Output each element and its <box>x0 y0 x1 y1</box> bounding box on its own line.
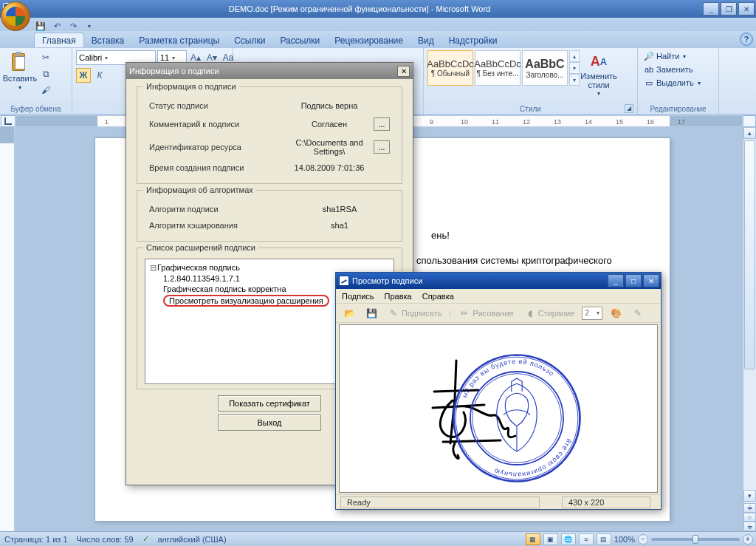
tab-addins[interactable]: Надстройки <box>441 33 505 47</box>
prev-page-icon[interactable]: ≑ <box>743 503 756 513</box>
statusbar: Страница: 1 из 1 Число слов: 59 ✓ англий… <box>0 531 756 546</box>
dialog-titlebar[interactable]: Информация о подписи ✕ <box>126 63 413 79</box>
cut-icon[interactable]: ✂ <box>38 50 53 65</box>
tab-layout[interactable]: Разметка страницы <box>131 33 227 47</box>
copy-icon[interactable]: ⧉ <box>38 66 53 81</box>
tab-references[interactable]: Ссылки <box>227 33 272 47</box>
help-button[interactable]: ? <box>740 33 753 46</box>
tb-save-icon[interactable]: 💾 <box>362 306 380 321</box>
style-normal[interactable]: AaBbCcDc ¶ Обычный <box>427 50 473 86</box>
bold-icon[interactable]: Ж <box>76 68 91 83</box>
row-timestamp: Время создания подписи14.08.2009 7:01:36 <box>145 160 394 176</box>
styles-gallery[interactable]: AaBbCcDc ¶ Обычный AaBbCcDc ¶ Без инте..… <box>427 50 580 86</box>
row-comment: Комментарий к подписиСогласен... <box>145 114 394 134</box>
vertical-scrollbar[interactable]: ▴ ▾ ≑ ○ ≑ <box>743 127 756 531</box>
styles-scroll[interactable]: ▴▾▾ <box>569 50 580 86</box>
zoom-in-button[interactable]: + <box>743 534 753 545</box>
algorithms-groupbox: Информация об алгоритмах Алгоритм подпис… <box>137 190 402 242</box>
app-titlebar[interactable]: W DEMO.doc [Режим ограниченной функциона… <box>0 0 756 18</box>
viewer-toolbar: 📂 💾 ✎Подписать | ✏Рисование ◖Стирание 2▾… <box>336 304 661 323</box>
view-draft[interactable]: ▤ <box>597 533 611 545</box>
scroll-up-icon[interactable]: ▴ <box>743 127 756 139</box>
menu-edit[interactable]: Правка <box>385 292 412 301</box>
app-title: DEMO.doc [Режим ограниченной функциональ… <box>18 4 701 13</box>
view-outline[interactable]: ≡ <box>579 533 594 545</box>
style-nospacing[interactable]: AaBbCcDc ¶ Без инте... <box>475 50 520 86</box>
next-page-icon[interactable]: ≑ <box>743 522 756 531</box>
find-button[interactable]: 🔎Найти▾ <box>642 50 703 62</box>
signature-canvas[interactable]: ый раз вы будете ей пользо йте свою ориг… <box>339 324 658 493</box>
tb-draw-button[interactable]: ✏Рисование <box>456 306 516 321</box>
viewer-minimize-button[interactable]: _ <box>608 274 624 287</box>
change-styles-button[interactable]: AA Изменить стили ▾ <box>582 50 616 98</box>
tab-view[interactable]: Вид <box>410 33 441 47</box>
tb-color-icon[interactable]: 🎨 <box>607 306 625 321</box>
viewer-status-ready: Ready <box>340 496 540 508</box>
viewer-close-button[interactable]: ✕ <box>643 274 659 287</box>
ruler-toggle[interactable] <box>743 115 756 127</box>
format-painter-icon[interactable]: 🖌 <box>38 83 53 98</box>
row-resource-id: Идентификатор ресурсаC:\Documents and Se… <box>145 134 394 160</box>
vertical-ruler[interactable] <box>0 127 15 531</box>
view-printon[interactable]: ▦ <box>526 533 540 545</box>
status-page[interactable]: Страница: 1 из 1 <box>4 535 68 544</box>
group-styles-label: Стили <box>520 105 541 113</box>
viewer-app-icon <box>339 276 349 286</box>
italic-icon[interactable]: К <box>92 68 107 83</box>
scroll-down-icon[interactable]: ▾ <box>743 490 756 502</box>
tb-clear-icon[interactable]: ✎ <box>629 306 647 321</box>
zoom-knob[interactable] <box>693 535 698 544</box>
show-certificate-button[interactable]: Показать сертификат <box>218 395 321 412</box>
close-button[interactable]: ✕ <box>738 2 755 16</box>
zoom-slider[interactable] <box>651 538 740 541</box>
zoom-value[interactable]: 100% <box>614 535 635 544</box>
view-web[interactable]: 🌐 <box>561 533 576 545</box>
menu-help[interactable]: Справка <box>422 292 454 301</box>
resource-more-button[interactable]: ... <box>374 140 390 154</box>
tabstop-selector[interactable] <box>1 115 16 127</box>
replace-icon: ab <box>644 64 654 75</box>
binoculars-icon: 🔎 <box>644 51 654 61</box>
tb-width-selector[interactable]: 2▾ <box>582 307 602 320</box>
office-button[interactable] <box>1 1 30 31</box>
spellcheck-icon[interactable]: ✓ <box>142 534 149 544</box>
status-words[interactable]: Число слов: 59 <box>77 535 134 544</box>
status-language[interactable]: английский (США) <box>158 535 227 544</box>
group-editing-label: Редактирование <box>642 104 715 114</box>
tab-insert[interactable]: Вставка <box>84 33 132 47</box>
viewer-titlebar[interactable]: Просмотр подписи _ □ ✕ <box>336 273 661 289</box>
style-heading1[interactable]: AaBbC Заголово... <box>522 50 568 86</box>
tab-home[interactable]: Главная <box>34 33 84 47</box>
paste-icon <box>10 52 30 72</box>
seal-stamp: ый раз вы будете ей пользо йте свою ориг… <box>450 352 583 485</box>
styles-launcher[interactable]: ◢ <box>625 104 633 113</box>
tb-open-icon[interactable]: 📂 <box>340 306 358 321</box>
zoom-out-button[interactable]: − <box>638 534 648 545</box>
browse-object-icon[interactable]: ○ <box>743 513 756 522</box>
svg-point-1 <box>456 357 578 480</box>
restore-button[interactable]: ❐ <box>721 2 737 16</box>
tb-erase-button[interactable]: ◖Стирание <box>521 306 578 321</box>
tb-sign-button[interactable]: ✎Подписать <box>385 306 444 321</box>
groupbox-legend-1: Информация о подписи <box>143 82 239 91</box>
doc-line-2: спользования системы криптографического <box>416 255 612 266</box>
signature-viewer-window[interactable]: Просмотр подписи _ □ ✕ Подпись Правка Сп… <box>335 272 662 510</box>
menu-signature[interactable]: Подпись <box>342 292 374 301</box>
viewer-title: Просмотр подписи <box>352 276 422 285</box>
tab-mailings[interactable]: Рассылки <box>272 33 327 47</box>
exit-button[interactable]: Выход <box>218 414 321 431</box>
ribbon-tabs-row: Главная Вставка Разметка страницы Ссылки… <box>0 31 756 47</box>
dialog-close-button[interactable]: ✕ <box>397 66 410 77</box>
view-fullscreen[interactable]: ▣ <box>543 533 558 545</box>
select-icon: ▭ <box>644 78 654 88</box>
select-button[interactable]: ▭Выделить▾ <box>642 77 703 89</box>
scroll-thumb[interactable] <box>744 140 755 369</box>
minimize-button[interactable]: _ <box>703 2 719 16</box>
viewer-menubar: Подпись Правка Справка <box>336 289 661 304</box>
viewer-maximize-button[interactable]: □ <box>625 274 642 287</box>
tab-review[interactable]: Рецензирование <box>327 33 410 47</box>
groupbox-legend-2: Информация об алгоритмах <box>143 185 256 194</box>
replace-button[interactable]: abЗаменить <box>642 64 703 75</box>
paste-button[interactable]: Вставить ▾ <box>4 50 36 92</box>
comment-more-button[interactable]: ... <box>374 117 390 131</box>
